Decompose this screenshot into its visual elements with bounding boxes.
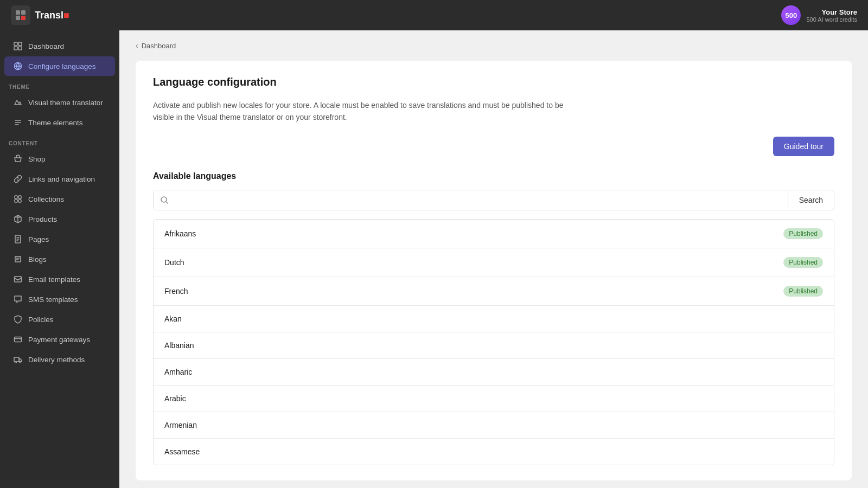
- svg-rect-5: [18, 42, 22, 46]
- sidebar-label-payment: Payment gateways: [28, 336, 90, 344]
- sidebar-label-configure-languages: Configure languages: [28, 62, 96, 70]
- content-section-label: CONTENT: [0, 133, 119, 149]
- language-row[interactable]: AfrikaansPublished: [154, 220, 834, 248]
- sidebar-item-payment-gateways[interactable]: Payment gateways: [4, 330, 115, 349]
- sidebar-label-theme-elements: Theme elements: [28, 119, 83, 127]
- sidebar-label-pages: Pages: [28, 235, 49, 243]
- language-name: Albanian: [164, 341, 194, 350]
- svg-rect-6: [14, 47, 17, 50]
- page-title: Language configuration: [153, 76, 834, 88]
- svg-rect-1: [21, 10, 25, 15]
- language-list: AfrikaansPublishedDutchPublishedFrenchPu…: [153, 219, 834, 465]
- language-name: Arabic: [164, 394, 186, 403]
- logo[interactable]: Transl■: [11, 5, 69, 25]
- sidebar-item-sms-templates[interactable]: SMS templates: [4, 290, 115, 309]
- sidebar-item-pages[interactable]: Pages: [4, 229, 115, 249]
- products-icon: [13, 214, 23, 224]
- breadcrumb[interactable]: ‹ Dashboard: [136, 41, 852, 50]
- logo-text: Transl■: [35, 10, 69, 21]
- breadcrumb-arrow-icon: ‹: [136, 41, 138, 50]
- delivery-icon: [13, 355, 23, 364]
- sidebar-item-delivery-methods[interactable]: Delivery methods: [4, 350, 115, 369]
- sidebar-item-email-templates[interactable]: Email templates: [4, 269, 115, 289]
- logo-accent: ■: [63, 10, 69, 21]
- blogs-icon: [13, 254, 23, 264]
- sidebar-label-email-templates: Email templates: [28, 275, 80, 284]
- guided-tour-button[interactable]: Guided tour: [773, 137, 834, 156]
- svg-rect-7: [18, 47, 22, 50]
- language-name: Akan: [164, 314, 182, 323]
- language-row[interactable]: DutchPublished: [154, 248, 834, 277]
- svg-rect-10: [18, 196, 21, 198]
- sidebar-item-products[interactable]: Products: [4, 209, 115, 229]
- collections-icon: [13, 194, 23, 204]
- email-templates-icon: [13, 274, 23, 284]
- user-menu[interactable]: 500 Your Store 500 AI word credits: [781, 5, 857, 25]
- theme-section-label: THEME: [0, 76, 119, 92]
- svg-rect-11: [15, 200, 17, 202]
- status-badge: Published: [783, 257, 823, 268]
- sidebar: Dashboard Configure languages THEME Vis: [0, 30, 119, 488]
- status-badge: Published: [783, 286, 823, 297]
- sidebar-label-shop: Shop: [28, 155, 46, 163]
- sidebar-item-visual-theme-translator[interactable]: Visual theme translator: [4, 93, 115, 112]
- search-button[interactable]: Search: [788, 190, 834, 210]
- svg-rect-4: [14, 42, 17, 46]
- svg-point-17: [15, 362, 17, 363]
- svg-rect-3: [21, 16, 25, 20]
- theme-elements-icon: [13, 118, 23, 127]
- sidebar-label-products: Products: [28, 215, 57, 223]
- language-row[interactable]: Assamese: [154, 439, 834, 465]
- search-input[interactable]: [173, 190, 781, 210]
- sidebar-item-policies[interactable]: Policies: [4, 310, 115, 329]
- available-languages-title: Available languages: [153, 171, 834, 181]
- user-credits: 500 AI word credits: [806, 16, 857, 23]
- status-badge: Published: [783, 228, 823, 239]
- visual-theme-icon: [13, 98, 23, 107]
- language-name: Assamese: [164, 447, 200, 456]
- sidebar-item-dashboard[interactable]: Dashboard: [4, 36, 115, 56]
- links-icon: [13, 174, 23, 184]
- language-row[interactable]: Akan: [154, 306, 834, 332]
- sidebar-item-theme-elements[interactable]: Theme elements: [4, 113, 115, 132]
- search-input-wrapper: [154, 190, 788, 210]
- svg-rect-14: [15, 277, 22, 282]
- policies-icon: [13, 314, 23, 324]
- main-content: ‹ Dashboard Language configuration Activ…: [119, 30, 868, 488]
- svg-point-18: [20, 362, 21, 363]
- sidebar-label-visual-theme: Visual theme translator: [28, 99, 103, 107]
- language-row[interactable]: Armenian: [154, 412, 834, 439]
- sidebar-label-policies: Policies: [28, 316, 54, 324]
- language-row[interactable]: FrenchPublished: [154, 277, 834, 306]
- breadcrumb-label: Dashboard: [142, 42, 176, 50]
- page-description: Activate and publish new locales for you…: [153, 99, 565, 124]
- language-name: Afrikaans: [164, 229, 196, 238]
- language-row[interactable]: Arabic: [154, 386, 834, 412]
- shop-icon: [13, 154, 23, 164]
- svg-rect-15: [15, 337, 22, 342]
- avatar: 500: [781, 5, 801, 25]
- user-name: Your Store: [806, 8, 857, 16]
- sidebar-item-collections[interactable]: Collections: [4, 189, 115, 209]
- language-name: Amharic: [164, 368, 192, 376]
- language-name: Armenian: [164, 421, 197, 429]
- sidebar-item-links-navigation[interactable]: Links and navigation: [4, 169, 115, 189]
- dashboard-icon: [13, 41, 23, 51]
- svg-rect-12: [18, 200, 21, 202]
- pages-icon: [13, 234, 23, 244]
- search-row: Search: [153, 190, 834, 210]
- user-info: Your Store 500 AI word credits: [806, 8, 857, 23]
- sidebar-item-configure-languages[interactable]: Configure languages: [4, 56, 115, 76]
- language-row[interactable]: Amharic: [154, 359, 834, 386]
- topbar: Transl■ 500 Your Store 500 AI word credi…: [0, 0, 868, 30]
- sidebar-item-shop[interactable]: Shop: [4, 149, 115, 169]
- sidebar-label-collections: Collections: [28, 195, 64, 203]
- sidebar-item-blogs[interactable]: Blogs: [4, 249, 115, 269]
- language-row[interactable]: Albanian: [154, 332, 834, 359]
- configure-languages-icon: [13, 61, 23, 71]
- svg-rect-2: [16, 16, 20, 20]
- language-name: French: [164, 287, 188, 296]
- search-icon: [160, 196, 169, 204]
- svg-rect-0: [16, 10, 20, 15]
- sms-icon: [13, 294, 23, 304]
